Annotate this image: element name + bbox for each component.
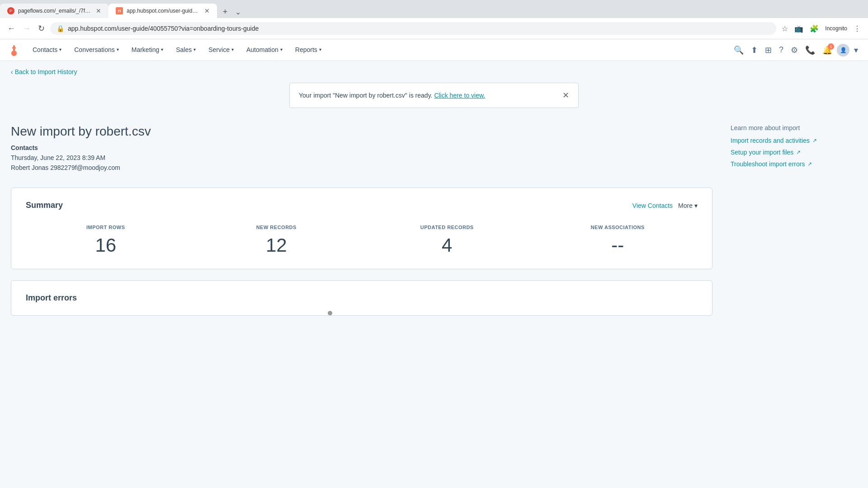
tab-overflow-button[interactable]: ⌄ xyxy=(231,5,244,18)
sales-caret: ▾ xyxy=(193,47,196,52)
marketplace-button[interactable]: ⊞ xyxy=(762,42,774,58)
external-link-icon-1: ↗ xyxy=(812,137,817,144)
page-content: ‹ Back to Import History Your import "Ne… xyxy=(0,61,868,488)
import-type: Contacts xyxy=(11,144,712,151)
stat-import-rows: IMPORT ROWS 16 xyxy=(26,225,186,256)
back-link-bar: ‹ Back to Import History xyxy=(0,61,868,75)
nav-reports[interactable]: Reports ▾ xyxy=(289,39,328,61)
nav-icons: 🔍 ⬆ ⊞ ? ⚙ 📞 🔔 1 👤 ▾ xyxy=(731,42,861,58)
automation-caret: ▾ xyxy=(280,47,283,52)
phone-button[interactable]: 📞 xyxy=(802,42,818,58)
avatar-caret[interactable]: ▾ xyxy=(851,42,861,58)
address-url-input[interactable] xyxy=(68,25,770,32)
import-title: New import by robert.csv xyxy=(11,124,712,139)
bookmark-button[interactable]: ☆ xyxy=(780,23,790,35)
back-to-import-history-link[interactable]: ‹ Back to Import History xyxy=(11,68,857,75)
import-date: Thursday, June 22, 2023 8:39 AM xyxy=(11,154,712,161)
click-here-link[interactable]: Click here to view. xyxy=(434,92,485,99)
view-contacts-link[interactable]: View Contacts xyxy=(632,202,673,209)
import-errors-section: Import errors xyxy=(11,280,712,316)
tab-close-2[interactable]: ✕ xyxy=(204,7,210,14)
stat-new-records: NEW RECORDS 12 xyxy=(197,225,357,256)
menu-button[interactable]: ⋮ xyxy=(852,23,863,35)
summary-card: Summary View Contacts More ▾ IMPORT ROWS… xyxy=(11,188,712,269)
more-caret-icon: ▾ xyxy=(694,202,698,209)
import-header: New import by robert.csv Contacts Thursd… xyxy=(11,115,712,188)
upgrade-button[interactable]: ⬆ xyxy=(748,42,760,58)
stat-new-associations-value: -- xyxy=(538,235,698,256)
stat-new-associations: NEW ASSOCIATIONS -- xyxy=(538,225,698,256)
nav-marketing[interactable]: Marketing ▾ xyxy=(125,39,170,61)
external-link-icon-2: ↗ xyxy=(796,149,801,155)
notification-close-button[interactable]: ✕ xyxy=(562,90,569,100)
browser-toolbar: ← → ↻ 🔒 ☆ 📺 🧩 Incognito ⋮ xyxy=(0,18,868,39)
reports-caret: ▾ xyxy=(319,47,321,52)
sidebar-link-troubleshoot[interactable]: Troubleshoot import errors ↗ xyxy=(731,160,857,168)
stat-new-records-value: 12 xyxy=(197,235,357,256)
address-bar[interactable]: 🔒 xyxy=(50,22,776,35)
nav-conversations[interactable]: Conversations ▾ xyxy=(68,39,125,61)
browser-tab-2[interactable]: H app.hubspot.com/user-guide/40... ✕ xyxy=(108,4,217,18)
nav-contacts[interactable]: Contacts ▾ xyxy=(26,39,68,61)
service-caret: ▾ xyxy=(231,47,234,52)
stat-new-associations-label: NEW ASSOCIATIONS xyxy=(538,225,698,230)
nav-automation[interactable]: Automation ▾ xyxy=(240,39,289,61)
reload-button[interactable]: ↻ xyxy=(36,22,47,35)
settings-button[interactable]: ⚙ xyxy=(788,42,801,58)
stat-updated-records: UPDATED RECORDS 4 xyxy=(367,225,527,256)
cast-button[interactable]: 📺 xyxy=(793,23,805,35)
stat-updated-records-label: UPDATED RECORDS xyxy=(367,225,527,230)
summary-header: Summary View Contacts More ▾ xyxy=(26,201,698,210)
tab-favicon-2: H xyxy=(116,7,123,14)
browser-actions: ☆ 📺 🧩 Incognito ⋮ xyxy=(780,23,863,35)
marketing-caret: ▾ xyxy=(161,47,163,52)
profile-button[interactable]: Incognito xyxy=(823,23,849,33)
tab-close-1[interactable]: ✕ xyxy=(96,7,101,14)
forward-button[interactable]: → xyxy=(21,22,33,35)
notification-badge: 1 xyxy=(828,43,834,50)
banner-wrapper: Your import "New import by robert.csv" i… xyxy=(0,75,868,115)
back-arrow-icon: ‹ xyxy=(11,68,13,75)
hubspot-nav: Contacts ▾ Conversations ▾ Marketing ▾ S… xyxy=(0,39,868,61)
main-layout: New import by robert.csv Contacts Thursd… xyxy=(0,115,868,316)
sidebar-section-title: Learn more about import xyxy=(731,124,857,131)
notification-banner: Your import "New import by robert.csv" i… xyxy=(289,83,579,108)
tab-favicon-1: P xyxy=(7,7,14,14)
notifications-button[interactable]: 🔔 1 xyxy=(820,42,835,58)
lock-icon: 🔒 xyxy=(57,25,64,32)
nav-service[interactable]: Service ▾ xyxy=(202,39,240,61)
stat-import-rows-label: IMPORT ROWS xyxy=(26,225,186,230)
summary-title: Summary xyxy=(26,201,63,210)
browser-tabs: P pageflows.com/_emails/_/7fb5d... ✕ H a… xyxy=(0,0,868,18)
nav-sales[interactable]: Sales ▾ xyxy=(170,39,202,61)
stat-updated-records-value: 4 xyxy=(367,235,527,256)
user-avatar[interactable]: 👤 xyxy=(837,44,849,56)
external-link-icon-3: ↗ xyxy=(807,161,812,167)
sidebar-link-setup-import[interactable]: Setup your import files ↗ xyxy=(731,149,857,156)
contacts-caret: ▾ xyxy=(59,47,61,52)
stat-import-rows-value: 16 xyxy=(26,235,186,256)
stat-new-records-label: NEW RECORDS xyxy=(197,225,357,230)
tab-title-1: pageflows.com/_emails/_/7fb5d... xyxy=(18,8,92,14)
main-content-area: New import by robert.csv Contacts Thursd… xyxy=(11,115,712,316)
sidebar-link-import-records[interactable]: Import records and activities ↗ xyxy=(731,137,857,144)
summary-stats: IMPORT ROWS 16 NEW RECORDS 12 UPDATED RE… xyxy=(26,225,698,256)
help-button[interactable]: ? xyxy=(776,42,786,57)
search-button[interactable]: 🔍 xyxy=(731,42,746,58)
hubspot-logo[interactable] xyxy=(7,43,21,57)
back-button[interactable]: ← xyxy=(5,22,17,35)
browser-chrome: P pageflows.com/_emails/_/7fb5d... ✕ H a… xyxy=(0,0,868,39)
import-errors-title: Import errors xyxy=(26,293,698,303)
notification-banner-text: Your import "New import by robert.csv" i… xyxy=(299,92,557,99)
tab-title-2: app.hubspot.com/user-guide/40... xyxy=(127,8,201,14)
browser-tab-1[interactable]: P pageflows.com/_emails/_/7fb5d... ✕ xyxy=(0,4,108,18)
conversations-caret: ▾ xyxy=(117,47,119,52)
import-user: Robert Jonas 2982279f@moodjoy.com xyxy=(11,164,712,171)
new-tab-button[interactable]: + xyxy=(219,5,231,18)
extensions-button[interactable]: 🧩 xyxy=(808,23,821,35)
more-button[interactable]: More ▾ xyxy=(678,202,698,209)
summary-actions: View Contacts More ▾ xyxy=(632,202,698,209)
sidebar: Learn more about import Import records a… xyxy=(731,115,857,316)
